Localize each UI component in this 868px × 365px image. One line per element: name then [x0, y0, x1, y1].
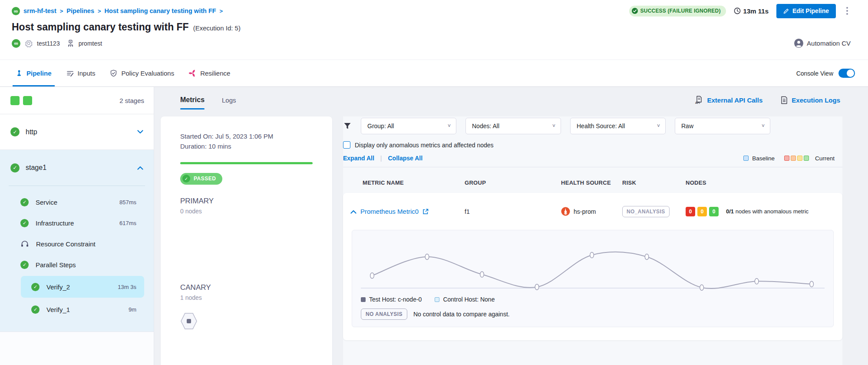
harness-logo-icon: ∞ — [12, 7, 20, 15]
step-label: Verify_1 — [46, 306, 70, 313]
anomalous-only-label: Display only anomalous metrics and affec… — [355, 142, 494, 149]
stages-summary: 2 stages — [0, 87, 154, 114]
metric-name-link[interactable]: Prometheus Metric0 — [360, 208, 419, 215]
success-check-icon: ✓ — [31, 305, 40, 314]
tab-logs[interactable]: Logs — [222, 87, 236, 113]
control-host-label: Control Host: None — [443, 296, 495, 303]
step-label: Parallel Steps — [36, 261, 76, 269]
more-options-menu[interactable] — [844, 5, 851, 17]
execution-logs-link[interactable]: Execution Logs — [781, 96, 840, 104]
environment-icon — [67, 40, 74, 47]
no-analysis-badge: NO ANALYSIS — [361, 309, 407, 320]
chevron-down-icon: ˅ — [552, 123, 555, 129]
check-circle-icon — [632, 8, 638, 14]
started-on: Started On: Jul 5, 2023 1:06 PM — [180, 131, 313, 141]
step-label: Resource Constraint — [36, 240, 96, 248]
canary-node-count: 1 nodes — [180, 294, 313, 301]
external-api-calls-label: External API Calls — [707, 96, 762, 104]
svg-text:API: API — [695, 101, 700, 104]
anomalous-only-checkbox[interactable] — [343, 141, 350, 149]
external-api-calls-link[interactable]: API External API Calls — [695, 96, 762, 104]
chevron-down-icon: ˅ — [657, 123, 660, 129]
link-separator: | — [380, 155, 382, 162]
step-duration: 857ms — [119, 199, 136, 206]
success-check-icon: ✓ — [20, 198, 29, 206]
breadcrumb-project-link[interactable]: srm-hf-test — [23, 7, 56, 14]
status-badge: SUCCESS (FAILURE IGNORED) — [629, 6, 726, 17]
success-check-icon: ✓ — [10, 127, 20, 136]
execution-tabbar: Metrics Logs API External API Calls Exec… — [154, 87, 868, 113]
environment-name: promtest — [79, 40, 102, 47]
tab-resilience[interactable]: Resilience — [186, 60, 233, 86]
group-filter-dropdown[interactable]: Group: All ˅ — [361, 118, 456, 134]
chevron-down-icon[interactable] — [137, 130, 143, 134]
primary-label: PRIMARY — [180, 197, 313, 206]
risk-badge: NO_ANALYSIS — [622, 206, 670, 217]
group-filter-value: Group: All — [367, 123, 394, 129]
test-host-label: Test Host: c-node-0 — [369, 296, 422, 303]
metric-card: Prometheus Metric0 f1 hs-prom NO_ANALYSI… — [343, 193, 842, 340]
view-mode-dropdown[interactable]: Raw ˅ — [675, 118, 770, 134]
current-legend-swatch-orange — [791, 156, 796, 161]
breadcrumb-pipelines-link[interactable]: Pipelines — [66, 7, 94, 14]
current-legend-swatch-yellow — [797, 156, 802, 161]
duration: Duration: 10 mins — [180, 141, 313, 151]
primary-node-count: 0 nodes — [180, 208, 313, 215]
tab-pipeline[interactable]: Pipeline — [13, 60, 55, 86]
analysis-result-row: NO ANALYSIS No control data to compare a… — [361, 309, 825, 320]
step-parallel-steps[interactable]: ✓ Parallel Steps — [0, 254, 154, 275]
metric-group-cell: f1 — [465, 208, 561, 215]
pencil-icon — [783, 8, 789, 14]
health-source-filter-value: Health Source: All — [577, 123, 625, 129]
metrics-analysis-panel: Group: All ˅ Nodes: All ˅ Health Source:… — [343, 116, 842, 365]
collapse-row-chevron-up-icon[interactable] — [350, 208, 356, 216]
execution-main: Metrics Logs API External API Calls Exec… — [154, 87, 868, 365]
collapse-all-link[interactable]: Collapse All — [388, 155, 422, 162]
metric-table-row: Prometheus Metric0 f1 hs-prom NO_ANALYSI… — [343, 193, 842, 230]
step-infrastructure[interactable]: ✓ Infrastructure 617ms — [0, 212, 154, 233]
health-source-filter-dropdown[interactable]: Health Source: All ˅ — [570, 118, 666, 134]
chevron-down-icon: ˅ — [448, 123, 451, 129]
tab-policy-evaluations-label: Policy Evaluations — [121, 70, 174, 77]
current-legend-label: Current — [815, 155, 835, 162]
edit-pipeline-button[interactable]: Edit Pipeline — [776, 4, 836, 18]
step-verify-1[interactable]: ✓ Verify_1 9m — [21, 299, 144, 320]
control-host-legend: Control Host: None — [435, 296, 495, 303]
step-verify-2[interactable]: ✓ Verify_2 13m 3s — [21, 276, 144, 298]
filter-row: Group: All ˅ Nodes: All ˅ Health Source:… — [343, 118, 842, 134]
no-analysis-message: No control data to compare against. — [413, 311, 510, 318]
gear-icon — [25, 40, 33, 47]
tab-inputs-label: Inputs — [78, 70, 96, 77]
success-check-icon: ✓ — [20, 219, 29, 227]
filter-funnel-icon[interactable] — [343, 122, 352, 130]
metrics-table-header: METRIC NAME GROUP HEALTH SOURCE RISK NOD… — [343, 179, 842, 186]
chevron-up-icon[interactable] — [137, 166, 143, 170]
step-resource-constraint[interactable]: Resource Constraint — [0, 233, 154, 254]
verification-summary-panel: Started On: Jul 5, 2023 1:06 PM Duration… — [161, 116, 332, 365]
headphones-icon — [20, 240, 29, 248]
column-health-source: HEALTH SOURCE — [561, 179, 622, 186]
elapsed-time: 13m 11s — [734, 7, 769, 15]
stage-count: 2 stages — [119, 97, 144, 104]
tab-policy-evaluations[interactable]: Policy Evaluations — [107, 60, 177, 86]
avatar-icon — [794, 39, 803, 48]
sidebar-stage-http[interactable]: ✓ http — [0, 114, 154, 150]
tab-metrics[interactable]: Metrics — [180, 87, 205, 113]
service-status-icon: ∞ — [12, 39, 20, 48]
current-legend-swatch-green — [804, 156, 809, 161]
pipeline-icon — [16, 70, 23, 77]
step-service[interactable]: ✓ Service 857ms — [0, 192, 154, 212]
sidebar-stage-stage1[interactable]: ✓ stage1 — [0, 150, 154, 186]
success-check-icon: ✓ — [10, 163, 20, 173]
nodes-summary: 0/1 nodes with anomalous metric — [726, 208, 835, 216]
nodes-filter-dropdown[interactable]: Nodes: All ˅ — [465, 118, 561, 134]
view-mode-value: Raw — [681, 123, 693, 129]
passed-badge: ✓ PASSED — [180, 173, 222, 185]
canary-node-hexagon[interactable] — [180, 312, 198, 331]
external-link-icon[interactable] — [422, 209, 429, 215]
breadcrumb-pipeline-link[interactable]: Host sampling canary testing with FF — [105, 7, 216, 14]
tab-inputs[interactable]: Inputs — [63, 60, 99, 86]
expand-all-link[interactable]: Expand All — [343, 155, 374, 162]
check-icon: ✓ — [182, 175, 190, 182]
console-view-toggle[interactable] — [838, 69, 855, 78]
